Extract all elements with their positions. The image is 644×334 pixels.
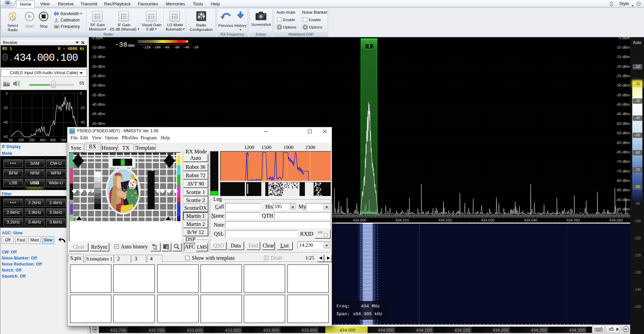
svg-text:800: 800 bbox=[50, 138, 56, 142]
svg-text:-120: -120 bbox=[143, 46, 151, 49]
svg-text:-20: -20 bbox=[193, 46, 199, 49]
svg-text:-40: -40 bbox=[3, 121, 8, 124]
svg-text:-20: -20 bbox=[80, 106, 85, 110]
svg-text:0: 0 bbox=[6, 92, 8, 95]
svg-text:50: 50 bbox=[9, 138, 13, 142]
svg-text:-100: -100 bbox=[153, 46, 161, 49]
svg-text:-80: -80 bbox=[163, 46, 169, 49]
svg-text:-60: -60 bbox=[173, 46, 179, 49]
svg-text:200: 200 bbox=[29, 138, 35, 142]
svg-text:-40: -40 bbox=[183, 46, 189, 49]
svg-text:0: 0 bbox=[80, 92, 82, 95]
svg-text:400: 400 bbox=[40, 138, 46, 142]
svg-text:-20: -20 bbox=[3, 106, 8, 110]
svg-text:1k6: 1k6 bbox=[61, 138, 67, 142]
svg-text:SSTV: SSTV bbox=[70, 132, 75, 134]
svg-text:-60: -60 bbox=[3, 135, 8, 139]
svg-text:100: 100 bbox=[18, 138, 24, 142]
svg-text:-40: -40 bbox=[80, 121, 85, 124]
